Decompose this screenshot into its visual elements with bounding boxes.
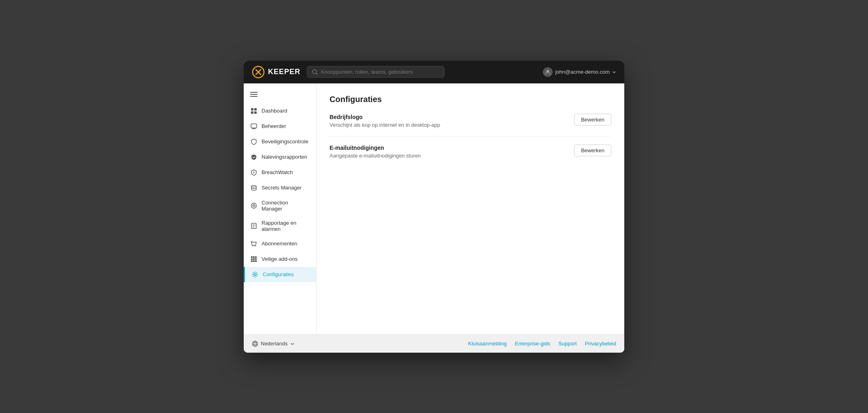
globe-icon bbox=[252, 341, 258, 347]
kluisaanmelding-link[interactable]: Kluisaanmelding bbox=[468, 341, 506, 347]
rapportage-label: Rapportage en alarmen bbox=[262, 220, 310, 232]
svg-rect-27 bbox=[253, 256, 255, 258]
veilige-addons-label: Veilige add-ons bbox=[262, 256, 298, 262]
config-info-bedrijfslogo: Bedrijfslogo Verschijnt als kop op inter… bbox=[330, 114, 566, 128]
abonnementen-icon bbox=[250, 240, 257, 247]
footer: Nederlands Kluisaanmelding Enterprise-gi… bbox=[244, 334, 624, 353]
footer-links: Kluisaanmelding Enterprise-gids Support … bbox=[468, 341, 616, 347]
config-name-bedrijfslogo: Bedrijfslogo bbox=[330, 114, 566, 120]
svg-point-14 bbox=[253, 172, 254, 173]
topbar: KEEPER john@acme-demo.com bbox=[244, 61, 624, 83]
svg-rect-30 bbox=[253, 258, 255, 260]
abonnementen-label: Abonnementen bbox=[262, 241, 297, 247]
svg-rect-31 bbox=[255, 258, 257, 260]
svg-point-37 bbox=[254, 341, 256, 346]
beheerder-icon bbox=[250, 123, 257, 130]
config-desc-bedrijfslogo: Verschijnt als kop op internet en in des… bbox=[330, 122, 566, 128]
dashboard-label: Dashboard bbox=[262, 108, 287, 114]
logo-text: KEEPER bbox=[268, 68, 300, 76]
svg-point-35 bbox=[254, 273, 256, 275]
nalevingsrapporten-label: Nalevingsrapporten bbox=[262, 154, 307, 160]
beveiligingscontrole-icon bbox=[250, 138, 257, 145]
logo-area: KEEPER bbox=[252, 66, 300, 79]
sidebar-item-breachwatch[interactable]: BreachWatch bbox=[244, 165, 316, 180]
svg-rect-34 bbox=[255, 260, 257, 262]
configuraties-icon bbox=[251, 271, 259, 278]
bewerken-button-bedrijfslogo[interactable]: Bewerken bbox=[574, 114, 611, 126]
sidebar-item-abonnementen[interactable]: Abonnementen bbox=[244, 236, 316, 251]
svg-point-19 bbox=[253, 205, 254, 206]
sidebar-item-secrets-manager[interactable]: Secrets Manager bbox=[244, 180, 316, 196]
configuraties-label: Configuraties bbox=[263, 271, 294, 277]
config-name-email: E-mailuitnodigingen bbox=[330, 145, 566, 151]
breachwatch-label: BreachWatch bbox=[262, 169, 293, 175]
main-layout: Dashboard Beheerder bbox=[244, 83, 624, 334]
svg-point-16 bbox=[251, 185, 256, 187]
secrets-manager-icon bbox=[250, 184, 257, 192]
svg-rect-11 bbox=[251, 124, 257, 128]
svg-rect-28 bbox=[255, 256, 257, 258]
svg-line-2 bbox=[316, 73, 317, 75]
keeper-logo-icon bbox=[252, 66, 265, 79]
connection-manager-icon bbox=[250, 202, 257, 209]
svg-point-25 bbox=[255, 246, 255, 247]
connection-manager-label: Connection Manager bbox=[262, 200, 310, 212]
svg-rect-9 bbox=[251, 111, 253, 114]
config-desc-email: Aangepaste e-mailuitnodigingen sturen bbox=[330, 153, 566, 159]
svg-rect-10 bbox=[254, 111, 257, 114]
search-bar[interactable] bbox=[307, 66, 445, 78]
user-menu[interactable]: john@acme-demo.com bbox=[543, 67, 616, 77]
beheerder-label: Beheerder bbox=[262, 123, 286, 129]
svg-point-3 bbox=[547, 70, 549, 72]
sidebar-item-nalevingsrapporten[interactable]: Nalevingsrapporten bbox=[244, 149, 316, 165]
svg-rect-8 bbox=[254, 108, 257, 111]
search-input[interactable] bbox=[321, 69, 439, 75]
user-avatar-icon bbox=[543, 67, 553, 77]
enterprise-gids-link[interactable]: Enterprise-gids bbox=[515, 341, 550, 347]
sidebar-item-beheerder[interactable]: Beheerder bbox=[244, 119, 316, 134]
sidebar-item-connection-manager[interactable]: Connection Manager bbox=[244, 196, 316, 216]
content-area: Configuraties Bedrijfslogo Verschijnt al… bbox=[317, 83, 624, 334]
svg-rect-7 bbox=[251, 108, 253, 111]
sidebar-item-dashboard[interactable]: Dashboard bbox=[244, 103, 316, 119]
config-section-bedrijfslogo: Bedrijfslogo Verschijnt als kop op inter… bbox=[330, 114, 611, 136]
config-section-email: E-mailuitnodigingen Aangepaste e-mailuit… bbox=[330, 145, 611, 167]
sidebar-item-beveiligingscontrole[interactable]: Beveiligingscontrole bbox=[244, 134, 316, 149]
secrets-manager-label: Secrets Manager bbox=[262, 185, 302, 191]
config-info-email: E-mailuitnodigingen Aangepaste e-mailuit… bbox=[330, 145, 566, 159]
rapportage-icon bbox=[250, 222, 257, 230]
svg-rect-26 bbox=[251, 256, 253, 258]
hamburger-menu-icon[interactable] bbox=[244, 87, 316, 103]
sidebar-item-configuraties[interactable]: Configuraties bbox=[244, 267, 316, 282]
veilige-addons-icon bbox=[250, 255, 257, 263]
language-dropdown-chevron-icon bbox=[290, 342, 294, 346]
nalevingsrapporten-icon bbox=[250, 153, 257, 161]
svg-rect-32 bbox=[251, 260, 253, 262]
sidebar-item-rapportage[interactable]: Rapportage en alarmen bbox=[244, 216, 316, 236]
search-icon bbox=[312, 69, 318, 75]
svg-point-36 bbox=[253, 341, 258, 346]
bewerken-button-email[interactable]: Bewerken bbox=[574, 145, 611, 156]
sidebar-item-veilige-addons[interactable]: Veilige add-ons bbox=[244, 251, 316, 267]
dashboard-icon bbox=[250, 107, 257, 115]
support-link[interactable]: Support bbox=[558, 341, 577, 347]
language-label: Nederlands bbox=[261, 341, 288, 347]
svg-point-24 bbox=[253, 246, 253, 247]
user-dropdown-chevron-icon bbox=[612, 70, 616, 74]
app-window: KEEPER john@acme-demo.com bbox=[244, 61, 624, 353]
beveiligingscontrole-label: Beveiligingscontrole bbox=[262, 138, 308, 145]
svg-rect-33 bbox=[253, 260, 255, 262]
privacybeleid-link[interactable]: Privacybeleid bbox=[585, 341, 616, 347]
user-email-label: john@acme-demo.com bbox=[555, 69, 610, 75]
breachwatch-icon bbox=[250, 169, 257, 176]
language-selector[interactable]: Nederlands bbox=[252, 341, 294, 347]
page-title: Configuraties bbox=[330, 95, 611, 104]
sidebar: Dashboard Beheerder bbox=[244, 83, 317, 334]
svg-rect-29 bbox=[251, 258, 253, 260]
